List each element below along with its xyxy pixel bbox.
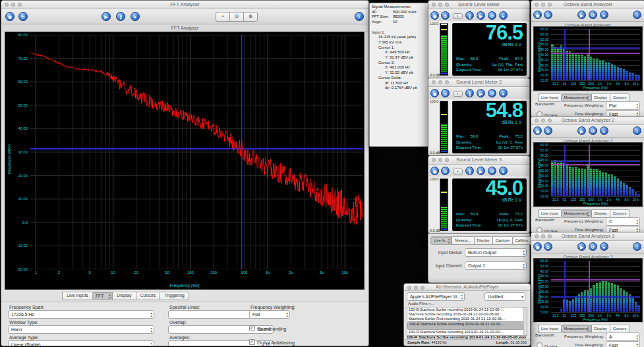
close-button[interactable]: [535, 119, 539, 122]
play-button[interactable]: ▶: [102, 12, 111, 21]
record-button[interactable]: ●: [131, 12, 140, 21]
reset-button[interactable]: ↺: [488, 11, 496, 20]
minimize-button[interactable]: [438, 158, 442, 162]
window-controls[interactable]: [535, 3, 552, 7]
reset-button[interactable]: ↺: [488, 89, 496, 97]
oba-chart[interactable]: Magnitude (dBV) Frequency (Hz) 60.0055.0…: [533, 142, 643, 207]
zoom-button[interactable]: [421, 286, 424, 290]
record-button[interactable]: ●: [499, 11, 508, 20]
tab-live-in[interactable]: Live In...: [430, 236, 452, 245]
target-button[interactable]: ⊙: [441, 89, 450, 97]
close-button[interactable]: [5, 3, 9, 7]
vertical-cursor[interactable]: [589, 145, 590, 196]
play-button[interactable]: ▶: [477, 89, 485, 97]
play-button[interactable]: ▶: [477, 11, 485, 20]
audio-file-row[interactable]: Stachura Scribe recording 2019-01-24 21-…: [407, 312, 527, 317]
info-button[interactable]: i: [633, 11, 641, 19]
reset-button[interactable]: ↺: [589, 242, 597, 251]
window-controls[interactable]: [432, 158, 449, 162]
zoom-button[interactable]: [548, 3, 552, 7]
oba-chart[interactable]: Magnitude (dBV) Frequency (Hz) 55.0050.0…: [533, 258, 643, 323]
snapshot-button[interactable]: ◉: [533, 242, 542, 251]
eject-button[interactable]: ▴: [453, 13, 463, 19]
tab-measure[interactable]: Measur...: [452, 236, 473, 245]
pause-button[interactable]: ∥: [465, 11, 474, 20]
window-controls[interactable]: [5, 3, 22, 7]
audio-file-row-selected[interactable]: 100-R Stachura Scribe recording 2019-01-…: [407, 321, 527, 330]
zoom-button[interactable]: [445, 80, 449, 84]
zoom-button[interactable]: [445, 158, 449, 162]
tab-measurement[interactable]: Measurement: [561, 209, 591, 218]
minimize-button[interactable]: [541, 3, 545, 7]
minimize-button[interactable]: [541, 119, 545, 122]
snapshot-button[interactable]: ◉: [430, 167, 439, 175]
guardbanding-checkbox[interactable]: [249, 325, 255, 331]
scrollbar[interactable]: [523, 307, 527, 335]
pause-button[interactable]: ∥: [465, 89, 474, 97]
record-button[interactable]: ●: [600, 126, 608, 135]
oba-freq-weight-select[interactable]: A: [606, 333, 640, 341]
target-button[interactable]: ⊙: [441, 167, 450, 175]
eject-button[interactable]: ▴: [453, 169, 463, 174]
digital-antialiasing-checkbox[interactable]: [249, 339, 255, 345]
record-button[interactable]: ●: [600, 11, 608, 19]
tab-measurement[interactable]: Measurement: [561, 325, 591, 333]
window-controls[interactable]: [432, 80, 449, 84]
play-button[interactable]: ▶: [577, 11, 586, 19]
window-type-select[interactable]: Hann: [8, 325, 154, 334]
tab-triggering[interactable]: Triggering: [160, 292, 189, 300]
target-button[interactable]: ⊙: [544, 126, 552, 135]
minimize-button[interactable]: [11, 3, 15, 7]
info-button[interactable]: i: [355, 12, 364, 21]
play-button[interactable]: ▶: [577, 126, 586, 135]
au-preset-select[interactable]: Apple's AUFilePlayer Vi...: [407, 292, 465, 301]
tab-display[interactable]: Display: [112, 292, 135, 300]
input-device-select[interactable]: Built-in Output: [465, 248, 527, 257]
audio-file-row[interactable]: Stachura Scribe Red recording 2019-01-24…: [407, 317, 527, 321]
tab-capture[interactable]: Capture: [492, 236, 512, 245]
audio-file-row[interactable]: 100-R Stachura Scribe recording 2019-01-…: [407, 330, 527, 334]
input-channel-select[interactable]: Output 1: [465, 261, 527, 270]
target-button[interactable]: ⊙: [544, 242, 552, 251]
minimize-button[interactable]: [438, 80, 442, 84]
close-button[interactable]: [432, 158, 436, 162]
target-button[interactable]: ⊙: [441, 11, 450, 20]
add-tool-icon[interactable]: +: [216, 12, 229, 22]
minimize-button[interactable]: [438, 3, 442, 7]
reset-button[interactable]: ↺: [589, 126, 597, 135]
vertical-cursor[interactable]: [589, 29, 590, 80]
target-button[interactable]: ⊙: [544, 11, 552, 19]
close-button[interactable]: [432, 3, 436, 7]
fft-plot[interactable]: Magnitude (dBV) 80.0070.0060.0050.0040.0…: [5, 32, 365, 290]
vertical-cursor[interactable]: [589, 261, 590, 312]
close-button[interactable]: [432, 80, 436, 84]
snapshot-button[interactable]: ◉: [5, 12, 15, 21]
record-button[interactable]: ●: [499, 167, 508, 175]
snapshot-button[interactable]: ◉: [533, 11, 542, 19]
window-controls[interactable]: [535, 119, 552, 122]
tab-fft[interactable]: FFT: [92, 292, 112, 300]
close-button[interactable]: [535, 3, 539, 7]
minimize-button[interactable]: [541, 234, 545, 238]
hand-tool-icon[interactable]: ⊙: [229, 12, 243, 22]
tab-display[interactable]: Display: [474, 236, 492, 245]
tab-measurement[interactable]: Measurement: [561, 93, 591, 102]
window-controls[interactable]: [432, 3, 449, 7]
record-button[interactable]: ●: [600, 242, 608, 251]
oba-time-weight-select[interactable]: Fast: [606, 341, 640, 347]
oba-freq-weight-select[interactable]: Flat: [606, 101, 640, 110]
au-untitled-select[interactable]: Untitled: [484, 292, 525, 301]
info-button[interactable]: i: [633, 126, 641, 135]
target-button[interactable]: ⊙: [18, 12, 28, 21]
vertical-cursor[interactable]: [564, 29, 566, 80]
info-button[interactable]: i: [633, 242, 641, 251]
oba-chart[interactable]: Magnitude (dBV) Frequency (Hz) 65.0060.0…: [533, 26, 643, 91]
pause-button[interactable]: ∥: [116, 12, 125, 21]
close-button[interactable]: [535, 234, 539, 238]
play-button[interactable]: ▶: [477, 167, 485, 175]
snapshot-button[interactable]: ◉: [430, 89, 439, 97]
play-button[interactable]: ▶: [577, 242, 586, 251]
tab-live-inputs[interactable]: Live Inputs: [62, 292, 92, 300]
minimize-button[interactable]: [414, 286, 418, 290]
pause-button[interactable]: ∥: [465, 167, 474, 175]
